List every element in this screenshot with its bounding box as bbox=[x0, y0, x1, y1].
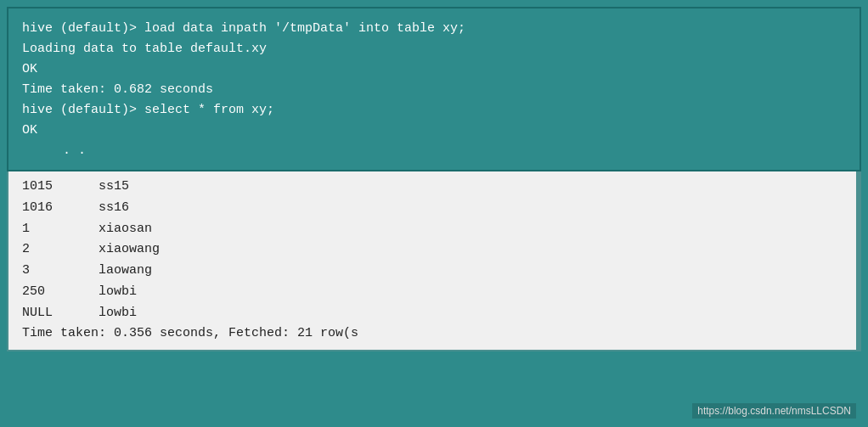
table-row: NULL lowbi bbox=[22, 303, 846, 324]
terminal-line-5: hive (default)> select * from xy; bbox=[22, 100, 846, 121]
col1: 1 bbox=[22, 222, 30, 236]
col2: laowang bbox=[99, 263, 152, 278]
col1: 250 bbox=[22, 284, 45, 299]
terminal-top-panel: hive (default)> load data inpath '/tmpDa… bbox=[7, 7, 861, 171]
col1: 1016 bbox=[22, 200, 53, 215]
table-row: 1015 ss15 bbox=[22, 177, 846, 198]
table-row: 250 lowbi bbox=[22, 282, 846, 303]
terminal-line-1: hive (default)> load data inpath '/tmpDa… bbox=[22, 19, 846, 39]
col2: xiaowang bbox=[99, 242, 160, 256]
terminal-container: hive (default)> load data inpath '/tmpDa… bbox=[0, 7, 868, 351]
col2: xiaosan bbox=[99, 222, 152, 236]
table-row: 3 laowang bbox=[22, 261, 846, 282]
table-row: 1 xiaosan bbox=[22, 219, 846, 240]
col1: NULL bbox=[22, 306, 53, 320]
col1: 2 bbox=[22, 242, 30, 256]
terminal-line-7: . . bbox=[22, 141, 846, 161]
table-row: 1016 ss16 bbox=[22, 198, 846, 219]
col2: lowbi bbox=[99, 284, 137, 299]
terminal-line-4: Time taken: 0.682 seconds bbox=[22, 80, 846, 100]
col1: 1015 bbox=[22, 179, 53, 194]
watermark: https://blog.csdn.net/nmsLLCSDN bbox=[692, 403, 856, 419]
terminal-line-2: Loading data to table default.xy bbox=[22, 39, 846, 59]
table-row: 2 xiaowang bbox=[22, 239, 846, 261]
terminal-bottom-panel: 1015 ss15 1016 ss16 1 xiaosan 2 xiaowang… bbox=[7, 171, 861, 351]
col2: lowbi bbox=[99, 306, 137, 320]
col2: ss15 bbox=[99, 179, 129, 194]
terminal-footer: Time taken: 0.356 seconds, Fetched: 21 r… bbox=[22, 323, 846, 345]
col1: 3 bbox=[22, 263, 30, 278]
terminal-line-3: OK bbox=[22, 59, 846, 80]
terminal-line-6: OK bbox=[22, 121, 846, 141]
col2: ss16 bbox=[99, 200, 129, 215]
